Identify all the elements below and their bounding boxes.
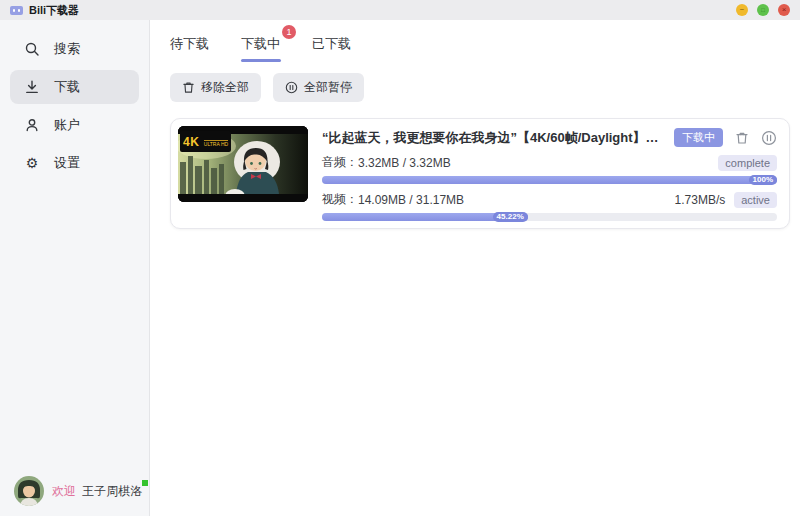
video-title: “比起蓝天，我更想要你在我身边”【4K/60帧/Daylight】天气之子 xyxy=(322,129,663,147)
trash-icon xyxy=(182,81,195,94)
audio-stat-row: 音频： 3.32MB / 3.32MB complete xyxy=(322,154,777,171)
4k-quality-badge: 4K ULTRA HD xyxy=(180,131,231,152)
minimize-button[interactable]: − xyxy=(736,4,748,16)
sidebar-item-search[interactable]: 搜索 xyxy=(10,32,139,66)
sidebar-item-label: 搜索 xyxy=(54,40,80,58)
sidebar-item-account[interactable]: 账户 xyxy=(10,108,139,142)
search-icon xyxy=(24,41,40,57)
tab-bar: 待下载 下载中 1 已下载 xyxy=(150,32,800,63)
tab-downloading[interactable]: 下载中 1 xyxy=(241,32,280,63)
online-indicator xyxy=(142,480,148,486)
toolbar: 移除全部 全部暂停 xyxy=(150,73,800,102)
tab-label: 待下载 xyxy=(170,36,209,51)
sidebar-item-label: 设置 xyxy=(54,154,80,172)
audio-size: 3.32MB / 3.32MB xyxy=(358,156,451,170)
sidebar-item-label: 账户 xyxy=(54,116,80,134)
video-thumbnail[interactable]: 4K ULTRA HD xyxy=(178,126,308,202)
pause-item-button[interactable] xyxy=(761,130,777,146)
video-label: 视频： xyxy=(322,191,358,208)
window-controls: − □ × xyxy=(736,4,790,16)
username-label: 王子周棋洛 xyxy=(82,484,142,498)
download-icon xyxy=(24,79,40,95)
audio-percent-label: 100% xyxy=(749,175,777,185)
user-icon xyxy=(24,117,40,133)
audio-progress-bar: 100% xyxy=(322,176,777,184)
close-button[interactable]: × xyxy=(778,4,790,16)
sidebar-item-download[interactable]: 下载 xyxy=(10,70,139,104)
pause-all-button[interactable]: 全部暂停 xyxy=(273,73,364,102)
pause-all-label: 全部暂停 xyxy=(304,79,352,96)
main-content: 待下载 下载中 1 已下载 xyxy=(150,20,800,516)
titlebar: Bili下载器 − □ × xyxy=(0,0,800,20)
gear-icon: ⚙ xyxy=(24,155,40,171)
video-stat-row: 视频： 14.09MB / 31.17MB 1.73MB/s active xyxy=(322,191,777,208)
sidebar: 搜索 下载 账户 ⚙ 设置 xyxy=(0,20,150,516)
delete-item-button[interactable] xyxy=(734,130,750,146)
audio-progress-fill: 100% xyxy=(322,176,777,184)
video-status-badge: active xyxy=(734,192,777,208)
active-tab-underline xyxy=(241,59,281,62)
video-percent-label: 45.22% xyxy=(493,212,528,222)
video-progress-fill: 45.22% xyxy=(322,213,528,221)
avatar xyxy=(14,476,44,506)
audio-status-badge: complete xyxy=(718,155,777,171)
pause-circle-icon xyxy=(285,81,298,94)
tab-label: 下载中 xyxy=(241,36,280,51)
video-size: 14.09MB / 31.17MB xyxy=(358,193,464,207)
app-logo-icon xyxy=(10,6,23,15)
app-window: Bili下载器 − □ × 搜索 xyxy=(0,0,800,516)
download-item-body: “比起蓝天，我更想要你在我身边”【4K/60帧/Daylight】天气之子 下载… xyxy=(322,126,782,221)
audio-label: 音频： xyxy=(322,154,358,171)
maximize-button[interactable]: □ xyxy=(757,4,769,16)
sidebar-item-settings[interactable]: ⚙ 设置 xyxy=(10,146,139,180)
user-text: 欢迎 王子周棋洛 xyxy=(52,483,142,500)
remove-all-label: 移除全部 xyxy=(201,79,249,96)
video-progress-bar: 45.22% xyxy=(322,213,777,221)
user-panel: 欢迎 王子周棋洛 xyxy=(14,476,141,506)
greeting-label: 欢迎 xyxy=(52,484,76,498)
4k-label: 4K xyxy=(183,135,199,149)
remove-all-button[interactable]: 移除全部 xyxy=(170,73,261,102)
download-speed: 1.73MB/s xyxy=(675,193,726,207)
status-badge: 下载中 xyxy=(674,128,723,147)
sidebar-item-label: 下载 xyxy=(54,78,80,96)
tab-count-badge: 1 xyxy=(282,25,296,39)
tab-pending[interactable]: 待下载 xyxy=(170,32,209,63)
download-item-card: 4K ULTRA HD “比起蓝天，我更想要你在我身边”【4K/60帧/Dayl… xyxy=(170,118,790,229)
ultra-hd-label: ULTRA HD xyxy=(204,140,228,147)
tab-label: 已下载 xyxy=(312,36,351,51)
app-title: Bili下载器 xyxy=(29,3,79,18)
tab-downloaded[interactable]: 已下载 xyxy=(312,32,351,63)
